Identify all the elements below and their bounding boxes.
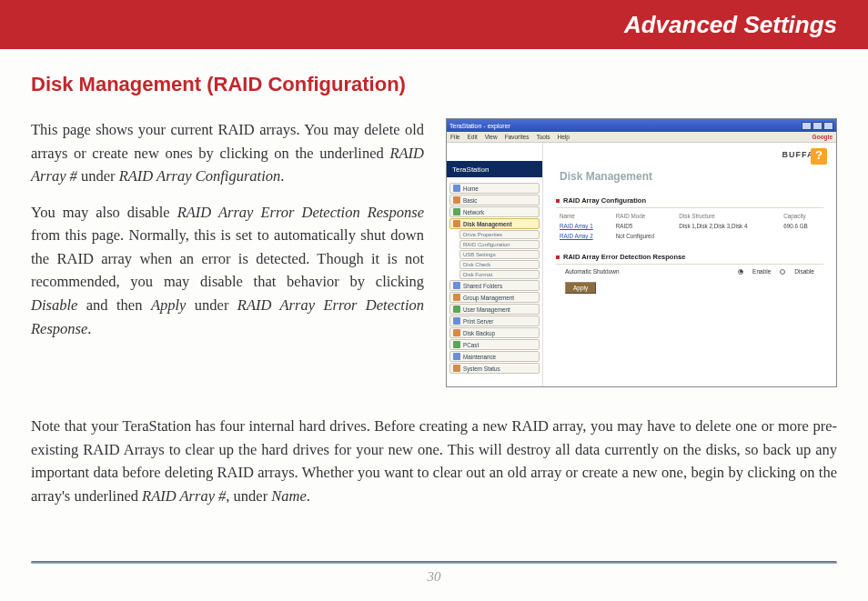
- table-row: RAID Array 1 RAID5 Disk 1,Disk 2,Disk 3,…: [556, 221, 823, 231]
- apply-button[interactable]: Apply: [565, 282, 596, 294]
- nav-disk-check[interactable]: Disk Check: [459, 260, 540, 269]
- raid-config-header: RAID Array Configuration: [556, 194, 823, 208]
- nav-group-mgmt[interactable]: Group Management: [449, 292, 540, 303]
- raid-config-panel: RAID Array Configuration Name RAID Mode …: [556, 194, 823, 241]
- enable-label: Enable: [752, 268, 771, 275]
- nav-pcast[interactable]: PCast: [449, 339, 540, 350]
- embedded-screenshot: TeraStation - explorer File Edit View Fa…: [446, 118, 837, 387]
- shutdown-label: Automatic Shutdown: [565, 268, 620, 275]
- p2-e: and then: [77, 296, 151, 314]
- menu-view[interactable]: View: [485, 134, 498, 140]
- th-name: Name: [556, 211, 612, 221]
- p2-a: You may also disable: [31, 204, 177, 221]
- nav-raid-config[interactable]: RAID Configuration: [459, 240, 540, 249]
- paragraph-2: You may also disable RAID Array Error De…: [31, 201, 424, 340]
- error-detection-header: RAID Array Error Detection Response: [556, 250, 823, 265]
- p1-a: This page shows your current RAID arrays…: [31, 121, 424, 162]
- nav-home[interactable]: Home: [449, 183, 540, 194]
- nav-disk-backup[interactable]: Disk Backup: [449, 327, 540, 338]
- p2-b: RAID Array Error Detection Response: [177, 204, 424, 221]
- th-capacity: Capacity: [780, 211, 823, 221]
- raid-table: Name RAID Mode Disk Structure Capacity R…: [556, 211, 823, 241]
- p1-d: RAID Array Configuration: [119, 167, 281, 185]
- content-area: Disk Management (RAID Configuration) Thi…: [0, 49, 868, 507]
- header-band: Advanced Settings: [0, 0, 868, 49]
- section-title: Disk Management (RAID Configuration): [31, 73, 837, 96]
- page-footer: 30: [0, 561, 868, 585]
- top-row: This page shows your current RAID arrays…: [31, 118, 837, 387]
- p2-f: Apply: [151, 296, 187, 314]
- p3-d: Name: [271, 487, 307, 505]
- footer-rule: [31, 561, 837, 564]
- menu-favorites[interactable]: Favorites: [505, 134, 530, 140]
- product-name-1: Tera: [452, 165, 467, 174]
- nav-system-status[interactable]: System Status: [449, 363, 540, 374]
- page-header-title: Advanced Settings: [624, 11, 837, 39]
- error-detection-panel: RAID Array Error Detection Response Auto…: [556, 250, 823, 297]
- nav-usb-settings[interactable]: USB Settings: [459, 250, 540, 259]
- paragraph-1: This page shows your current RAID arrays…: [31, 118, 424, 188]
- minimize-icon[interactable]: [802, 122, 812, 130]
- window-titlebar: TeraStation - explorer: [447, 119, 836, 132]
- table-row: RAID Array 2 Not Configured: [556, 231, 823, 241]
- help-icon[interactable]: ?: [811, 148, 827, 165]
- p3-b: RAID Array #: [142, 487, 226, 505]
- menu-file[interactable]: File: [450, 134, 459, 140]
- product-logo: TeraStation: [447, 161, 542, 177]
- shutdown-row: Automatic Shutdown Enable Disable: [556, 265, 823, 278]
- nav-print-server[interactable]: Print Server: [449, 316, 540, 326]
- menu-help[interactable]: Help: [558, 134, 570, 140]
- bullet-icon: [556, 255, 560, 259]
- sidebar: TeraStation Home Basic Network Disk Mana…: [447, 143, 543, 386]
- menu-edit[interactable]: Edit: [467, 134, 477, 140]
- nav-network[interactable]: Network: [449, 206, 540, 217]
- nav-basic[interactable]: Basic: [449, 195, 540, 205]
- enable-radio[interactable]: [738, 269, 743, 275]
- maximize-icon[interactable]: [812, 122, 823, 130]
- page-number: 30: [0, 569, 868, 585]
- page-area: BUFFALO TeraStation Home Basic Network D…: [447, 143, 836, 386]
- p2-g: under: [186, 296, 237, 314]
- th-structure: Disk Structure: [675, 211, 780, 221]
- main-panel: ? Disk Management RAID Array Configurati…: [543, 143, 836, 386]
- p2-i: .: [87, 320, 91, 337]
- menu-tools[interactable]: Tools: [536, 134, 550, 140]
- search-brand[interactable]: Google: [812, 134, 833, 140]
- p1-c: under: [77, 167, 119, 185]
- product-name-2: Station: [467, 165, 490, 174]
- close-icon[interactable]: [823, 122, 833, 130]
- disable-radio[interactable]: [780, 269, 785, 275]
- disable-label: Disable: [794, 268, 814, 275]
- p3-e: .: [307, 487, 310, 505]
- p3-c: , under: [226, 487, 271, 505]
- paragraph-3: Note that your TeraStation has four inte…: [31, 415, 837, 507]
- p2-d: Disable: [31, 296, 77, 314]
- main-title: Disk Management: [556, 170, 823, 183]
- nav-drive-properties[interactable]: Drive Properties: [459, 230, 540, 239]
- nav-maintenance[interactable]: Maintenance: [449, 351, 540, 362]
- th-mode: RAID Mode: [612, 211, 676, 221]
- nav-shared-folders[interactable]: Shared Folders: [449, 280, 540, 291]
- p1-e: .: [280, 167, 284, 185]
- window-title: TeraStation - explorer: [449, 123, 510, 129]
- raid-array-2-link[interactable]: RAID Array 2: [560, 233, 593, 239]
- raid-array-1-link[interactable]: RAID Array 1: [560, 223, 593, 229]
- p2-c: from this page. Normally, this is set to…: [31, 226, 424, 290]
- browser-menubar: File Edit View Favorites Tools Help Goog…: [447, 132, 836, 143]
- nav-disk-format[interactable]: Disk Format: [459, 270, 540, 279]
- body-text-left: This page shows your current RAID arrays…: [31, 118, 424, 353]
- nav-user-mgmt[interactable]: User Management: [449, 304, 540, 315]
- bullet-icon: [556, 199, 560, 203]
- nav-disk-management[interactable]: Disk Management: [449, 218, 540, 229]
